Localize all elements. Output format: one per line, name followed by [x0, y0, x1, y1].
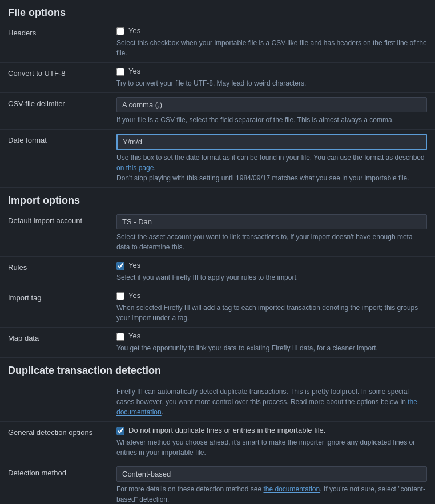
- map-data-checkbox[interactable]: [116, 333, 124, 341]
- file-options-section: File options Headers Yes Select this che…: [0, 0, 435, 188]
- general-detection-checkbox[interactable]: [116, 427, 124, 435]
- import-tag-yes-label: Yes: [128, 291, 140, 300]
- map-data-yes-label: Yes: [128, 332, 140, 340]
- map-data-row: Map data Yes You get the opportunity to …: [0, 328, 435, 358]
- duplicate-detection-title: Duplicate transaction detection: [0, 358, 435, 380]
- general-detection-control: Do not import duplicate lines or entries…: [116, 426, 427, 458]
- date-format-input[interactable]: [116, 134, 427, 150]
- duplicate-intro-label: [8, 384, 116, 386]
- headers-label: Headers: [8, 26, 116, 37]
- default-account-help: Select the asset account you want to lin…: [116, 232, 427, 252]
- duplicate-intro-row: Firefly III can automatically detect dup…: [0, 380, 435, 422]
- headers-checkbox[interactable]: [116, 27, 124, 35]
- import-tag-label: Import tag: [8, 291, 116, 302]
- headers-control: Yes Select this checkbox when your impor…: [116, 26, 427, 58]
- date-format-control: Use this box to set the date format as i…: [116, 134, 427, 183]
- rules-help: Select if you want Firefly III to apply …: [116, 272, 427, 283]
- import-tag-control: Yes When selected Firefly III will add a…: [116, 291, 427, 323]
- default-account-label: Default import account: [8, 214, 116, 225]
- default-account-input[interactable]: [116, 214, 427, 229]
- convert-utf8-yes-label: Yes: [128, 67, 140, 75]
- date-format-help2: Don't stop playing with this setting unt…: [116, 174, 409, 182]
- general-detection-label: General detection options: [8, 426, 116, 437]
- convert-utf8-label: Convert to UTF-8: [8, 67, 116, 78]
- file-options-title: File options: [0, 0, 435, 22]
- csv-delimiter-input[interactable]: A comma (,): [116, 97, 427, 112]
- detection-method-control: For more details on these detection meth…: [116, 466, 427, 504]
- date-format-help-prefix: Use this box to set the date format as i…: [116, 154, 425, 162]
- convert-utf8-control: Yes Try to convert your file to UTF-8. M…: [116, 67, 427, 88]
- csv-delimiter-label: CSV-file delimiter: [8, 97, 116, 108]
- import-options-section: Import options Default import account Se…: [0, 188, 435, 358]
- rules-yes-label: Yes: [128, 261, 140, 269]
- convert-utf8-checkbox[interactable]: [116, 68, 124, 76]
- headers-help: Select this checkbox when your importabl…: [116, 38, 427, 58]
- headers-yes-label: Yes: [128, 26, 140, 35]
- headers-row: Headers Yes Select this checkbox when yo…: [0, 22, 435, 63]
- detection-method-label: Detection method: [8, 466, 116, 477]
- duplicate-intro-text: Firefly III can automatically detect dup…: [116, 384, 427, 417]
- date-format-link[interactable]: on this page: [116, 164, 154, 172]
- duplicate-intro: Firefly III can automatically detect dup…: [116, 388, 409, 406]
- csv-delimiter-row: CSV-file delimiter A comma (,) If your f…: [0, 93, 435, 130]
- rules-control: Yes Select if you want Firefly III to ap…: [116, 261, 427, 283]
- general-detection-row: General detection options Do not import …: [0, 422, 435, 462]
- date-format-help: Use this box to set the date format as i…: [116, 152, 427, 183]
- convert-utf8-help: Try to convert your file to UTF-8. May l…: [116, 78, 427, 88]
- duplicate-detection-section: Duplicate transaction detection Firefly …: [0, 358, 435, 504]
- map-data-help: You get the opportunity to link your dat…: [116, 343, 427, 353]
- map-data-control: Yes You get the opportunity to link your…: [116, 332, 427, 353]
- csv-delimiter-help: If your file is a CSV file, select the f…: [116, 115, 427, 125]
- rules-row: Rules Yes Select if you want Firefly III…: [0, 257, 435, 287]
- detection-method-link[interactable]: the documentation: [263, 485, 320, 493]
- detection-method-input[interactable]: [116, 466, 427, 482]
- default-account-control: Select the asset account you want to lin…: [116, 214, 427, 252]
- rules-checkbox[interactable]: [116, 262, 124, 270]
- import-options-title: Import options: [0, 188, 435, 210]
- date-format-row: Date format Use this box to set the date…: [0, 130, 435, 188]
- detection-method-row: Detection method For more details on the…: [0, 462, 435, 504]
- map-data-label: Map data: [8, 332, 116, 342]
- import-tag-row: Import tag Yes When selected Firefly III…: [0, 287, 435, 328]
- import-tag-checkbox[interactable]: [116, 292, 124, 300]
- general-detection-help: Whatever method you choose ahead, it's s…: [116, 437, 427, 458]
- date-format-label: Date format: [8, 134, 116, 144]
- csv-delimiter-control: A comma (,) If your file is a CSV file, …: [116, 97, 427, 125]
- detection-method-help: For more details on these detection meth…: [116, 484, 427, 504]
- convert-utf8-row: Convert to UTF-8 Yes Try to convert your…: [0, 63, 435, 93]
- general-detection-checkbox-label: Do not import duplicate lines or entries…: [128, 426, 325, 434]
- rules-label: Rules: [8, 261, 116, 272]
- default-account-row: Default import account Select the asset …: [0, 210, 435, 257]
- import-tag-help: When selected Firefly III will add a tag…: [116, 303, 427, 323]
